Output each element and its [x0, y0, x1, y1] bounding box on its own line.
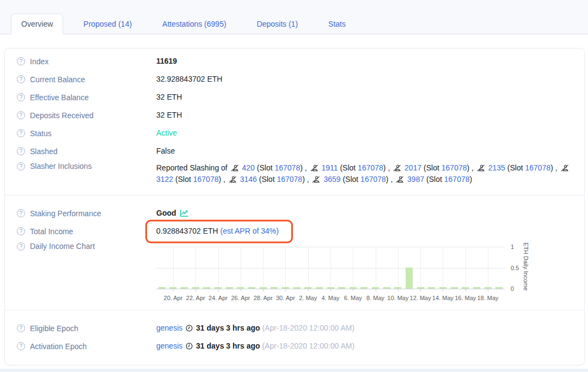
- income-bar: [360, 287, 367, 289]
- income-bar: [215, 287, 222, 289]
- income-bar: [203, 287, 210, 289]
- slot-link[interactable]: 167078: [444, 175, 470, 184]
- slashed-validator-link[interactable]: 1911: [321, 163, 338, 172]
- y-axis-title: ETH Daily Income: [522, 242, 529, 295]
- field-label-text: Daily Income Chart: [30, 242, 95, 251]
- slashed-validator-link[interactable]: 3659: [323, 175, 340, 184]
- x-axis-tickmark: [241, 289, 241, 291]
- help-icon[interactable]: ?: [17, 75, 25, 83]
- slot-link[interactable]: 167078: [358, 163, 383, 172]
- epoch-link[interactable]: genesis: [156, 341, 182, 350]
- help-icon[interactable]: ?: [17, 111, 25, 119]
- slasher-prefix: Reported Slashing of: [156, 163, 230, 172]
- field-value-cell: 00.5120. Apr22. Apr24. Apr26. Apr28. Apr…: [156, 240, 572, 302]
- x-axis-tick: 18. May: [477, 292, 498, 304]
- help-icon[interactable]: ?: [17, 209, 25, 217]
- x-axis-tick: 6. May: [344, 292, 362, 304]
- x-axis-tick: 20. Apr: [164, 292, 183, 304]
- x-axis-tick: 22. Apr: [186, 292, 205, 304]
- tab-attestations-6995[interactable]: Attestations (6995): [152, 14, 237, 34]
- gridline-x: [420, 247, 421, 289]
- separator: ,: [389, 175, 395, 184]
- field-label-text: Total Income: [30, 227, 73, 236]
- help-icon[interactable]: ?: [17, 147, 25, 155]
- slashed-validator-link[interactable]: 2017: [405, 163, 421, 172]
- field-label: ? Staking Performance: [17, 209, 156, 218]
- gridline-x: [285, 247, 286, 289]
- x-axis-tickmark: [330, 289, 331, 291]
- help-icon[interactable]: ?: [17, 57, 25, 65]
- field-label-text: Slasher Inclusions: [30, 162, 92, 170]
- field-value-cell: False: [156, 143, 572, 159]
- x-axis-tick: 28. Apr: [254, 292, 273, 304]
- help-icon[interactable]: ?: [17, 227, 25, 235]
- epoch-rows: ? Eligible Epochgenesis 31 days 3 hrs ag…: [17, 319, 572, 355]
- clock-icon: [186, 343, 193, 350]
- row-index: ? Index11619: [17, 52, 572, 70]
- x-axis-tickmark: [308, 289, 309, 291]
- slot-link[interactable]: 167078: [442, 163, 467, 172]
- income-bar: [462, 287, 469, 289]
- apr-estimate: (est APR of 34%): [220, 227, 279, 235]
- x-axis-tickmark: [263, 289, 264, 291]
- slashed-validator-link[interactable]: 420: [242, 163, 255, 172]
- separator: ,: [386, 163, 393, 172]
- tab-proposed-14[interactable]: Proposed (14): [73, 14, 142, 34]
- slot-link[interactable]: 167078: [274, 163, 300, 172]
- slot-link[interactable]: 167078: [360, 175, 386, 184]
- epoch-absolute-date: (Apr-18-2020 12:00:00 AM): [262, 341, 354, 350]
- help-icon[interactable]: ?: [17, 242, 25, 251]
- slot-link[interactable]: 167078: [525, 163, 550, 172]
- help-icon[interactable]: ?: [17, 342, 25, 350]
- slot-link[interactable]: 167078: [193, 175, 219, 184]
- slashed-validator-link[interactable]: 2135: [488, 163, 505, 172]
- tab-overview[interactable]: Overview: [11, 14, 63, 34]
- help-icon[interactable]: ?: [17, 162, 25, 170]
- help-icon[interactable]: ?: [17, 129, 25, 137]
- field-value-cell: genesis 31 days 3 hrs ago (Apr-18-2020 1…: [156, 338, 572, 354]
- field-label-text: Status: [30, 129, 52, 138]
- slot-text: (Slot: [175, 175, 193, 184]
- slashed-validator-link[interactable]: 3122: [156, 175, 173, 184]
- income-bar: [158, 287, 166, 289]
- user-slash-icon: [231, 164, 239, 172]
- income-bar: [417, 287, 424, 289]
- summary-rows: ? Index11619 ? Current Balance32.9288437…: [17, 52, 572, 187]
- help-icon[interactable]: ?: [17, 324, 25, 332]
- income-bar: [473, 287, 480, 289]
- row-slashed: ? SlashedFalse: [17, 142, 572, 160]
- tab-deposits-1[interactable]: Deposits (1): [247, 14, 308, 34]
- slashed-validator-link[interactable]: 3987: [407, 175, 424, 184]
- income-bar: [316, 287, 323, 289]
- epoch-relative-time: 31 days 3 hrs ago: [196, 341, 260, 350]
- row-current-balance: ? Current Balance32.928843702 ETH: [17, 70, 572, 88]
- x-axis-tickmark: [420, 289, 421, 291]
- chart-line-icon[interactable]: [180, 209, 189, 217]
- gridline-x: [488, 247, 488, 289]
- epoch-link[interactable]: genesis: [156, 324, 182, 332]
- x-axis-tickmark: [398, 289, 399, 291]
- slot-text: (Slot: [507, 163, 525, 172]
- field-label-text: Eligible Epoch: [30, 324, 78, 333]
- x-axis-tickmark: [443, 289, 443, 291]
- y-axis-tick: 0.5: [511, 262, 519, 273]
- income-bar: [237, 287, 244, 289]
- field-label: ? Deposits Received: [17, 111, 156, 120]
- field-value-cell: Good: [156, 205, 572, 221]
- user-slash-icon: [393, 164, 401, 172]
- tab-stats[interactable]: Stats: [318, 14, 356, 34]
- income-bar: [181, 287, 188, 289]
- income-bar: [282, 287, 289, 289]
- slot-link[interactable]: 167078: [277, 175, 302, 184]
- user-slash-icon: [229, 176, 237, 183]
- x-axis-tick: 24. Apr: [209, 292, 228, 304]
- slot-text: (Slot: [342, 175, 360, 184]
- help-icon[interactable]: ?: [17, 93, 25, 101]
- gridline-x: [398, 247, 399, 289]
- x-axis-tick: 10. May: [387, 292, 408, 304]
- field-label: ? Slashed: [17, 147, 156, 156]
- slashed-validator-link[interactable]: 3146: [240, 175, 257, 184]
- field-value: 32 ETH: [156, 93, 182, 101]
- field-label-text: Slashed: [30, 147, 58, 156]
- income-bar: [406, 267, 413, 289]
